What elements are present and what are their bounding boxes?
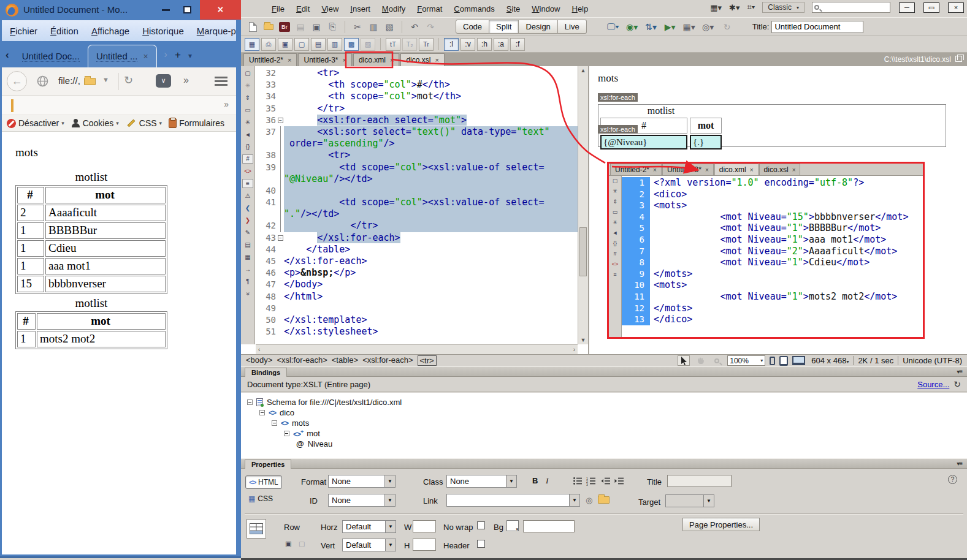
save-icon[interactable]: ▤	[294, 20, 307, 34]
dw-minimize-button[interactable]: ─	[899, 2, 915, 13]
target-select[interactable]: ▼	[665, 494, 714, 507]
unordered-list-icon[interactable]	[572, 475, 583, 486]
bg-color-picker[interactable]	[506, 520, 519, 531]
site-identity-globe-icon[interactable]	[37, 75, 48, 89]
code-line[interactable]: "."/></td>	[256, 208, 578, 220]
bg-input[interactable]	[523, 520, 575, 532]
ff-menu-marque-pag[interactable]: Marque-pag	[197, 26, 236, 36]
link-select[interactable]: ▼	[446, 494, 580, 507]
pseudo-class-a[interactable]: :a	[494, 38, 508, 51]
code-line[interactable]: 42 </tr>	[256, 220, 578, 232]
highlight-invalid-code-icon[interactable]: <>	[242, 167, 253, 176]
tree-node-mot[interactable]: <>+mot	[241, 428, 967, 439]
tree-node-mots[interactable]: <>mots	[241, 418, 967, 428]
tab-close-icon[interactable]: ×	[288, 56, 291, 64]
code-line[interactable]: 50</xsl:template>	[256, 314, 578, 326]
reload-icon[interactable]: ↻	[124, 74, 133, 87]
tag-selector-item[interactable]: <xsl:for-each>	[362, 355, 413, 366]
dw-menu-edit[interactable]: Edit	[296, 4, 310, 13]
media-tty-icon[interactable]: ▤	[311, 38, 326, 51]
devbar-item-forms[interactable]: Formulaires	[169, 118, 224, 128]
split-cell-icon[interactable]: ▢	[299, 540, 305, 548]
xsl-for-each-badge-inner[interactable]: xsl:for-each	[598, 125, 638, 134]
media-projection-icon[interactable]: ▢	[294, 38, 309, 51]
tag-selector-item[interactable]: <table>	[332, 355, 358, 366]
new-file-icon[interactable]	[246, 20, 259, 34]
scroll-down-icon[interactable]: ▼	[578, 337, 588, 343]
tag-selector-item[interactable]: <tr>	[418, 355, 437, 366]
document-title-input[interactable]	[771, 21, 863, 33]
inset-tab-untitled-3[interactable]: Untitled-3*×	[662, 164, 714, 175]
header-checkbox[interactable]	[477, 540, 485, 548]
tab-list-icon[interactable]: ▾	[188, 51, 192, 60]
format-select[interactable]: None▼	[328, 475, 396, 488]
browse-in-bridge-icon[interactable]: Br	[278, 20, 291, 34]
browse-for-file-icon[interactable]	[598, 496, 610, 504]
ordered-list-icon[interactable]: 123	[586, 475, 596, 486]
back-button[interactable]: ←	[7, 71, 27, 91]
devbar-item-cookies[interactable]: Cookies▾	[71, 118, 119, 128]
word-wrap-icon[interactable]: ≡	[242, 179, 253, 188]
page-properties-button[interactable]: Page Properties...	[682, 518, 760, 531]
source-link[interactable]: Source...	[917, 380, 949, 389]
indent-code-icon[interactable]: →	[242, 265, 253, 274]
tab-close-icon[interactable]: ×	[435, 56, 438, 64]
code-horizontal-scrollbar[interactable]: ‹ ›	[256, 344, 578, 354]
design-time-stylesheets-icon[interactable]: ▨	[361, 38, 375, 51]
css-mode-button[interactable]: ▦CSS	[248, 494, 273, 503]
select-parent-tag-icon[interactable]: ◄	[242, 130, 253, 139]
tree-collapse-icon[interactable]	[259, 410, 265, 415]
code-fold-icon[interactable]	[278, 118, 283, 123]
bookmarks-overflow-icon[interactable]: »	[224, 99, 229, 109]
pocket-icon[interactable]: ∨	[156, 74, 171, 88]
ff-menu-dition[interactable]: Édition	[50, 26, 78, 36]
text-size-decrease-icon[interactable]: T₂	[402, 38, 417, 51]
syntax-error-alerts-icon[interactable]: ⚠	[242, 191, 253, 200]
media-print-icon[interactable]: ⎙	[261, 38, 276, 51]
line-numbers-icon[interactable]: #	[242, 154, 253, 164]
live-view-options-icon[interactable]: ▶▾	[663, 20, 677, 34]
code-navigator-icon[interactable]: ✳	[242, 81, 253, 90]
text-size-icon[interactable]: tT	[386, 38, 400, 51]
xsl-for-each-badge-outer[interactable]: xsl:for-each	[598, 93, 638, 102]
balance-braces-icon[interactable]: {}	[242, 142, 253, 151]
overflow-icon[interactable]: »	[183, 75, 189, 86]
tag-selector-item[interactable]: <xsl:for-each>	[277, 355, 327, 366]
code-line[interactable]: order="ascending"/>	[256, 138, 578, 149]
collapse-full-tag-icon[interactable]: ⇕	[242, 93, 253, 102]
title-input[interactable]	[667, 475, 732, 487]
vert-select[interactable]: Default▼	[342, 539, 396, 551]
code-line[interactable]: 47</body>	[256, 279, 578, 290]
wrap-tag-icon[interactable]: ✎	[242, 228, 253, 237]
code-line[interactable]: 46<p>&nbsp;</p>	[256, 267, 578, 279]
pseudo-class-l[interactable]: :l	[444, 38, 459, 51]
zoom-tool-icon[interactable]	[711, 355, 723, 366]
tab-close-icon[interactable]: ×	[343, 56, 346, 64]
restore-window-icon[interactable]	[955, 56, 962, 62]
file-management-icon[interactable]: ⇅▾	[644, 20, 658, 34]
tree-collapse-icon[interactable]	[247, 399, 253, 405]
tab-close-icon[interactable]: ×	[390, 56, 394, 64]
pseudo-class-f[interactable]: :f	[510, 38, 525, 51]
dw-menu-site[interactable]: Site	[506, 4, 520, 13]
scrollbar-thumb[interactable]	[579, 227, 587, 276]
code-line[interactable]: 37 <xsl:sort select="text()" data-type="…	[256, 126, 578, 138]
inset-tab-dico-xml[interactable]: dico.xml×	[714, 164, 759, 175]
class-select[interactable]: None▼	[446, 475, 517, 488]
move-css-icon[interactable]: ▦	[242, 252, 253, 262]
dw-menu-commands[interactable]: Commands	[454, 4, 494, 13]
redo-icon[interactable]: ↷	[424, 20, 437, 34]
ff-menu-affichage[interactable]: Affichage	[91, 26, 129, 36]
code-line[interactable]: 45</xsl:for-each>	[256, 255, 578, 267]
media-screen-icon[interactable]: ▦	[245, 38, 259, 51]
code-line[interactable]: "@Niveau"/></td>	[256, 173, 578, 185]
ff-menu-historique[interactable]: Historique	[142, 26, 184, 36]
w3c-validation-icon[interactable]: ▦▾	[682, 20, 696, 34]
w-input[interactable]	[413, 520, 436, 532]
code-line[interactable]: 41 <td scope="col"><xsl:value-of select=	[256, 197, 578, 208]
menu-hamburger-icon[interactable]	[215, 77, 227, 78]
dw-menu-help[interactable]: Help	[571, 4, 588, 13]
visual-aids-icon[interactable]: ◎▾	[701, 20, 715, 34]
media-handheld-icon[interactable]: ▣	[278, 38, 292, 51]
magnification-select[interactable]: 100%▾	[727, 355, 765, 366]
